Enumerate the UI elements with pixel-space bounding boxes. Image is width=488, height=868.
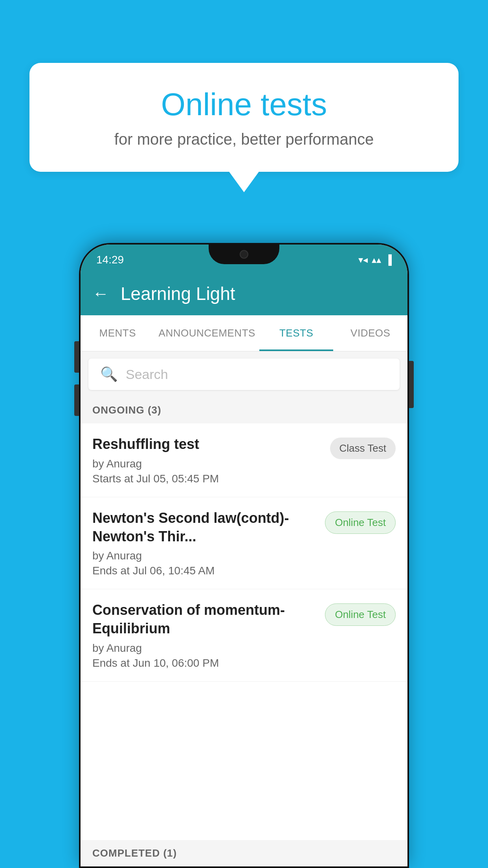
tab-tests[interactable]: TESTS <box>259 315 334 351</box>
test-item[interactable]: Reshuffling test by Anurag Starts at Jul… <box>81 423 407 497</box>
tab-announcements[interactable]: ANNOUNCEMENTS <box>155 315 259 351</box>
test-info: Newton's Second law(contd)-Newton's Thir… <box>92 509 325 577</box>
status-time: 14:29 <box>96 254 124 266</box>
tabs-container: MENTS ANNOUNCEMENTS TESTS VIDEOS <box>81 315 407 351</box>
test-badge-online-2: Online Test <box>325 603 396 626</box>
status-icons: ▾◂ ▴▴ ▐ <box>358 254 392 265</box>
tab-videos[interactable]: VIDEOS <box>333 315 407 351</box>
speech-bubble-subtitle: for more practice, better performance <box>57 131 431 148</box>
speech-bubble-title: Online tests <box>57 86 431 123</box>
app-title: Learning Light <box>121 283 235 304</box>
test-badge-class: Class Test <box>330 438 396 459</box>
speech-bubble-container: Online tests for more practice, better p… <box>29 63 459 172</box>
search-placeholder: Search <box>126 367 168 382</box>
test-info: Reshuffling test by Anurag Starts at Jul… <box>92 435 330 485</box>
power-button[interactable] <box>409 361 414 408</box>
test-author: by Anurag <box>92 642 317 655</box>
test-author: by Anurag <box>92 458 322 470</box>
test-title: Newton's Second law(contd)-Newton's Thir… <box>92 509 317 546</box>
test-info: Conservation of momentum-Equilibrium by … <box>92 601 325 669</box>
front-camera <box>240 250 248 259</box>
test-time: Starts at Jul 05, 05:45 PM <box>92 473 322 485</box>
search-input[interactable]: 🔍 Search <box>88 359 400 390</box>
search-container: 🔍 Search <box>81 351 407 397</box>
test-author: by Anurag <box>92 550 317 562</box>
phone-frame: 14:29 ▾◂ ▴▴ ▐ ← Learning Light MENTS ANN… <box>79 243 409 868</box>
phone-notch <box>209 245 279 264</box>
test-item[interactable]: Conservation of momentum-Equilibrium by … <box>81 589 407 682</box>
app-bar: ← Learning Light <box>81 272 407 315</box>
signal-icon: ▴▴ <box>372 254 381 265</box>
search-icon: 🔍 <box>100 366 118 383</box>
speech-bubble: Online tests for more practice, better p… <box>29 63 459 172</box>
phone-screen: 14:29 ▾◂ ▴▴ ▐ ← Learning Light MENTS ANN… <box>81 245 407 866</box>
test-list: Reshuffling test by Anurag Starts at Jul… <box>81 423 407 682</box>
test-badge-online: Online Test <box>325 511 396 534</box>
ongoing-section-header: ONGOING (3) <box>81 397 407 423</box>
test-title: Reshuffling test <box>92 435 322 454</box>
test-time: Ends at Jun 10, 06:00 PM <box>92 657 317 669</box>
test-title: Conservation of momentum-Equilibrium <box>92 601 317 638</box>
battery-icon: ▐ <box>385 254 392 265</box>
test-time: Ends at Jul 06, 10:45 AM <box>92 565 317 577</box>
tab-ments[interactable]: MENTS <box>81 315 155 351</box>
test-item[interactable]: Newton's Second law(contd)-Newton's Thir… <box>81 497 407 590</box>
volume-up-button[interactable] <box>74 341 79 373</box>
back-button[interactable]: ← <box>92 284 109 303</box>
completed-section-header: COMPLETED (1) <box>81 840 407 866</box>
wifi-icon: ▾◂ <box>358 254 368 265</box>
volume-down-button[interactable] <box>74 384 79 416</box>
